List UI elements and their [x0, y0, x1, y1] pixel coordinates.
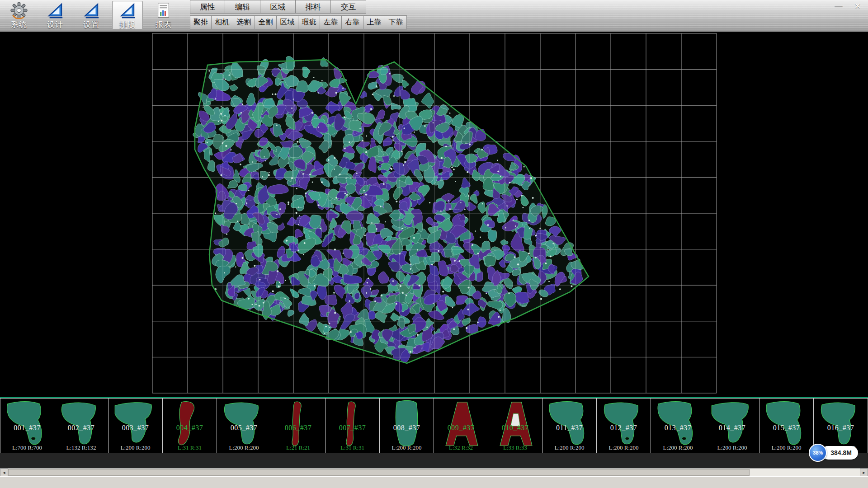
piece-name: 002_#37: [54, 424, 108, 432]
app-tab-layout[interactable]: 排版: [112, 1, 143, 30]
thumbnail-006_#37[interactable]: 006_#37L:21 R:21: [271, 398, 326, 453]
sail-icon: [47, 2, 64, 19]
app-tab-label: 设计: [47, 19, 63, 30]
memory-percent-circle: 38%: [809, 444, 827, 462]
close-button[interactable]: ✕: [852, 1, 863, 11]
piece-name: 004_#37: [163, 424, 217, 432]
piece-counts: L:200 R:200: [760, 444, 813, 451]
thumbnail-012_#37[interactable]: 012_#37L:200 R:200: [597, 398, 651, 453]
piece-name: 006_#37: [271, 424, 325, 432]
scrollbar-thumb[interactable]: [8, 469, 750, 476]
piece-name: 015_#37: [760, 424, 813, 432]
piece-counts: L:200 R:200: [597, 444, 651, 451]
app-tab-label: 设置: [83, 19, 99, 30]
piece-counts: L:21 R:21: [271, 444, 325, 451]
piece-name: 011_#37: [542, 424, 596, 432]
piece-counts: L:200 R:200: [651, 444, 705, 451]
thumbnail-005_#37[interactable]: 005_#37L:200 R:200: [217, 398, 271, 453]
menu-tab-region[interactable]: 区域: [260, 0, 296, 14]
sail-icon: [119, 2, 136, 19]
piece-counts: L:132 R:132: [54, 444, 108, 451]
app-window: 系统 设计 设置 排版 报表 属性编辑区域排料交互 聚排相机选割全割区域瑕疵左靠…: [0, 0, 868, 488]
tool-button-snap-up[interactable]: 上靠: [363, 15, 385, 29]
tool-button-snap-left[interactable]: 左靠: [320, 15, 342, 29]
menu-tab-nesting[interactable]: 排料: [296, 0, 331, 14]
piece-name: 003_#37: [108, 424, 162, 432]
report-icon: [155, 2, 172, 19]
scroll-left-arrow[interactable]: ◄: [0, 469, 8, 476]
thumbnail-010_#37[interactable]: 010_#37L:33 R:33: [488, 398, 542, 453]
app-tab-label: 系统: [11, 19, 27, 30]
piece-counts: L:200 R:200: [380, 444, 434, 451]
app-tab-settings[interactable]: 设置: [76, 1, 107, 30]
thumbnail-004_#37[interactable]: 004_#37L:31 R:31: [163, 398, 217, 453]
tool-button-snap-down[interactable]: 下靠: [385, 15, 407, 29]
menu-tab-bar: 属性编辑区域排料交互: [190, 0, 407, 14]
app-tab-bar: 系统 设计 设置 排版 报表: [4, 1, 179, 31]
piece-counts: L:700 R:700: [0, 444, 54, 451]
piece-name: 008_#37: [380, 424, 434, 432]
tool-button-select-cut[interactable]: 选割: [233, 15, 255, 29]
thumbnail-003_#37[interactable]: 003_#37L:200 R:200: [108, 398, 163, 453]
menu-area: 属性编辑区域排料交互 聚排相机选割全割区域瑕疵左靠右靠上靠下靠: [190, 0, 407, 29]
thumbnail-008_#37[interactable]: 008_#37L:200 R:200: [380, 398, 434, 453]
piece-counts: L:200 R:200: [542, 444, 596, 451]
app-tab-label: 报表: [156, 19, 172, 30]
piece-name: 007_#37: [326, 424, 379, 432]
titlebar: 系统 设计 设置 排版 报表 属性编辑区域排料交互 聚排相机选割全割区域瑕疵左靠…: [0, 0, 868, 32]
tool-button-snap-right[interactable]: 右靠: [342, 15, 363, 29]
app-tab-design[interactable]: 设计: [40, 1, 71, 30]
piece-counts: L:31 R:31: [326, 444, 379, 451]
piece-counts: L:200 R:200: [217, 444, 271, 451]
thumbnail-001_#37[interactable]: 001_#37L:700 R:700: [0, 398, 54, 453]
status-bar: [0, 476, 868, 488]
piece-name: 014_#37: [705, 424, 759, 432]
piece-counts: L:200 R:200: [108, 444, 162, 451]
piece-name: 001_#37: [0, 424, 54, 432]
piece-name: 010_#37: [488, 424, 542, 432]
thumbnail-014_#37[interactable]: 014_#37L:200 R:200: [705, 398, 760, 453]
piece-name: 005_#37: [217, 424, 271, 432]
piece-counts: L:200 R:200: [705, 444, 759, 451]
gear-icon: [10, 2, 28, 19]
piece-counts: L:31 R:31: [163, 444, 217, 451]
thumbnail-009_#37[interactable]: 009_#37L:32 R:32: [434, 398, 488, 453]
window-controls: — ✕: [833, 1, 863, 11]
thumbnail-002_#37[interactable]: 002_#37L:132 R:132: [54, 398, 108, 453]
piece-name: 009_#37: [434, 424, 488, 432]
thumbnail-015_#37[interactable]: 015_#37L:200 R:200: [760, 398, 814, 453]
minimize-button[interactable]: —: [833, 1, 844, 11]
thumbnail-013_#37[interactable]: 013_#37L:200 R:200: [651, 398, 705, 453]
bottom-band: [0, 453, 868, 468]
menu-tab-properties[interactable]: 属性: [190, 0, 225, 14]
horizontal-scrollbar[interactable]: ◄ ►: [0, 468, 868, 476]
nesting-canvas[interactable]: [0, 32, 868, 397]
app-tab-label: 排版: [119, 19, 136, 30]
piece-counts: L:32 R:32: [434, 444, 488, 451]
piece-counts: L:33 R:33: [488, 444, 542, 451]
piece-thumbnail-strip: 001_#37L:700 R:700002_#37L:132 R:132003_…: [0, 397, 868, 453]
tool-button-camera[interactable]: 相机: [212, 15, 233, 29]
piece-name: 013_#37: [651, 424, 705, 432]
piece-name: 016_#37: [814, 424, 868, 432]
tool-button-cluster-nest[interactable]: 聚排: [190, 15, 212, 29]
scroll-right-arrow[interactable]: ►: [860, 469, 868, 476]
canvas-area[interactable]: [0, 32, 868, 397]
menu-tab-interact[interactable]: 交互: [331, 0, 366, 14]
tool-button-defect[interactable]: 瑕疵: [298, 15, 320, 29]
thumbnail-011_#37[interactable]: 011_#37L:200 R:200: [542, 398, 597, 453]
app-tab-report[interactable]: 报表: [148, 1, 179, 30]
memory-usage-badge[interactable]: 38% 384.8M: [809, 444, 858, 462]
app-tab-system[interactable]: 系统: [4, 1, 34, 30]
sail-icon: [83, 2, 100, 19]
thumbnail-007_#37[interactable]: 007_#37L:31 R:31: [326, 398, 380, 453]
tool-button-bar: 聚排相机选割全割区域瑕疵左靠右靠上靠下靠: [190, 15, 407, 29]
memory-amount-label: 384.8M: [821, 446, 858, 460]
tool-button-cut-all[interactable]: 全割: [255, 15, 277, 29]
piece-name: 012_#37: [597, 424, 651, 432]
menu-tab-edit[interactable]: 编辑: [225, 0, 260, 14]
tool-button-region[interactable]: 区域: [277, 15, 298, 29]
